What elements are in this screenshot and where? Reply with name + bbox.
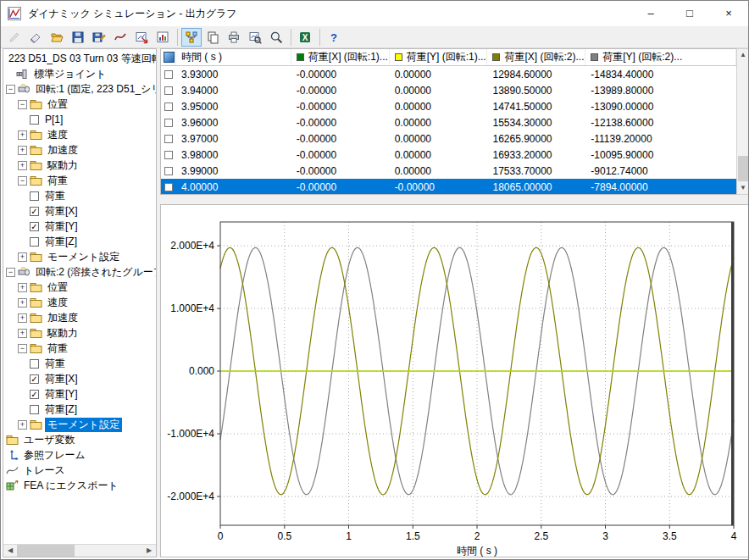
tree-item-rot1-velocity[interactable]: +速度 (3, 127, 156, 142)
expand-icon[interactable]: + (18, 329, 27, 338)
tree-item-rot2-load[interactable]: −荷重 (3, 341, 156, 356)
tree-checkbox-unchecked[interactable] (30, 359, 39, 369)
tree-checkbox-unchecked[interactable] (30, 191, 39, 201)
zoom-graph-button[interactable] (245, 28, 265, 47)
tree-item-root-model[interactable]: 223 D51_DS 03 Turn 03 等速回転 (3, 51, 156, 66)
row-checkbox[interactable] (164, 135, 173, 143)
new-curve-button[interactable] (110, 28, 130, 47)
maximize-button[interactable]: □ (670, 1, 709, 26)
tree-item-rot2-driving-force[interactable]: +駆動力 (3, 325, 156, 341)
tree-item-rot2-load-y[interactable]: ✓荷重[Y] (3, 386, 156, 402)
copy-button[interactable] (203, 28, 223, 47)
column-header-2[interactable]: 荷重[Y] (回転:1)... (390, 49, 488, 65)
table-row-3[interactable]: 3.96000-0.000000.0000015534.30000-12138.… (161, 114, 736, 130)
scrollbar-track[interactable] (75, 545, 142, 557)
table-row-1[interactable]: 3.94000-0.000000.0000013890.50000-13989.… (161, 82, 736, 98)
scrollbar-thumb[interactable] (738, 156, 749, 181)
expand-icon[interactable]: + (18, 252, 27, 262)
table-row-4[interactable]: 3.97000-0.000000.0000016265.90000-11139.… (161, 130, 736, 147)
tree-item-rot1-load[interactable]: −荷重 (3, 173, 156, 188)
tree-checkbox-checked[interactable]: ✓ (30, 374, 39, 384)
collapse-icon[interactable]: − (18, 176, 27, 186)
print-button[interactable] (224, 28, 244, 47)
table-row-6[interactable]: 3.99000-0.000000.0000017533.70000-9012.7… (161, 163, 736, 179)
table-row-7[interactable]: 4.00000-0.00000-0.0000018065.00000-7894.… (161, 179, 736, 195)
import-simulation-button[interactable] (131, 28, 152, 47)
row-checkbox[interactable] (164, 86, 173, 95)
output-grapher-button[interactable] (181, 28, 202, 47)
column-header-0[interactable]: 時間 ( s ) (176, 49, 291, 65)
tree-item-rotation-1[interactable]: −回転:1 (固定, 223 D51_シリン... (3, 81, 156, 97)
tree-item-rot1-moment[interactable]: +モーメント設定 (3, 249, 156, 264)
tree-item-reference-frame[interactable]: 参照フレーム (3, 447, 156, 463)
modify-data-button[interactable] (4, 28, 25, 47)
simulation-graph-button[interactable] (153, 28, 173, 47)
expand-icon[interactable]: + (18, 161, 27, 170)
expand-icon[interactable]: + (18, 313, 27, 323)
zoom-button[interactable] (266, 28, 286, 47)
row-checkbox[interactable] (164, 151, 173, 159)
tree-item-rot1-load-total[interactable]: 荷重 (3, 188, 156, 203)
tree-item-rot2-load-x[interactable]: ✓荷重[X] (3, 371, 156, 386)
tree-item-rot1-load-x[interactable]: ✓荷重[X] (3, 203, 156, 219)
tree-item-rot2-moment[interactable]: +モーメント設定 (3, 417, 156, 432)
export-to-excel-button[interactable]: X (295, 28, 315, 47)
tree-item-export-fea[interactable]: FEA にエクスポート (3, 478, 156, 493)
tree-checkbox-unchecked[interactable] (30, 237, 39, 247)
scrollbar-thumb[interactable] (17, 545, 75, 557)
tree-item-rot2-load-z[interactable]: 荷重[Z] (3, 402, 156, 417)
tree-item-rot2-velocity[interactable]: +速度 (3, 295, 156, 310)
expand-icon[interactable]: + (18, 298, 27, 308)
scroll-left-icon[interactable]: ◀ (3, 545, 17, 557)
tree-item-rot1-load-y[interactable]: ✓荷重[Y] (3, 219, 156, 234)
row-checkbox[interactable] (164, 183, 173, 191)
tree-item-rot2-position[interactable]: +位置 (3, 280, 156, 295)
scroll-right-icon[interactable]: ▶ (142, 545, 156, 557)
collapse-icon[interactable]: − (6, 268, 15, 277)
column-header-3[interactable]: 荷重[X] (回転:2)... (487, 49, 585, 65)
save-button[interactable] (68, 28, 88, 47)
help-button[interactable]: ? (324, 28, 344, 47)
tree-item-standard-joints[interactable]: 標準ジョイント (3, 66, 156, 81)
scroll-up-icon[interactable]: ▲ (737, 49, 749, 61)
open-button[interactable] (47, 28, 67, 47)
horizontal-splitter[interactable] (160, 195, 749, 204)
erase-button[interactable] (25, 28, 46, 47)
row-checkbox[interactable] (164, 103, 173, 111)
tree-item-rot1-acceleration[interactable]: +加速度 (3, 142, 156, 158)
collapse-icon[interactable]: − (6, 85, 15, 94)
row-checkbox[interactable] (164, 70, 173, 79)
tree-item-rot1-load-z[interactable]: 荷重[Z] (3, 234, 156, 249)
tree-checkbox-unchecked[interactable] (30, 115, 39, 125)
tree-horizontal-scrollbar[interactable]: ◀ ▶ (3, 544, 156, 557)
tree-item-trace[interactable]: トレース (3, 463, 156, 478)
column-header-1[interactable]: 荷重[X] (回転:1)... (291, 49, 390, 65)
save-as-button[interactable] (89, 28, 109, 47)
tree-item-rot2-load-total[interactable]: 荷重 (3, 356, 156, 371)
table-row-0[interactable]: 3.93000-0.000000.0000012984.60000-14834.… (161, 66, 736, 82)
collapse-icon[interactable]: − (18, 100, 27, 109)
tree-checkbox-checked[interactable]: ✓ (30, 222, 39, 231)
row-checkbox[interactable] (164, 119, 173, 127)
expand-icon[interactable]: + (18, 283, 27, 292)
output-chart[interactable]: 2.000E+41.000E+40.000-1.000E+4-2.000E+40… (161, 205, 749, 557)
tree-item-user-variables[interactable]: ユーザ変数 (3, 432, 156, 447)
tree-item-rot1-driving-force[interactable]: +駆動力 (3, 158, 156, 173)
expand-icon[interactable]: + (18, 130, 27, 140)
tree-checkbox-checked[interactable]: ✓ (30, 207, 39, 216)
tree-checkbox-checked[interactable]: ✓ (30, 390, 39, 399)
expand-icon[interactable]: + (18, 146, 27, 155)
tree-item-rotation-2[interactable]: −回転:2 (溶接されたグループ:1, (3, 264, 156, 280)
table-vertical-scrollbar[interactable]: ▲ ▼ (736, 48, 749, 195)
time-steps-header-icon[interactable] (161, 49, 176, 65)
close-button[interactable]: × (709, 1, 748, 26)
expand-icon[interactable]: + (18, 420, 27, 430)
tree-checkbox-unchecked[interactable] (30, 405, 39, 414)
minimize-button[interactable]: – (631, 1, 670, 26)
column-header-4[interactable]: 荷重[Y] (回転:2)... (585, 49, 736, 65)
scroll-down-icon[interactable]: ▼ (737, 182, 749, 194)
table-row-5[interactable]: 3.98000-0.000000.0000016933.20000-10095.… (161, 147, 736, 163)
row-checkbox[interactable] (164, 167, 173, 175)
tree-item-rot2-acceleration[interactable]: +加速度 (3, 310, 156, 325)
table-row-2[interactable]: 3.95000-0.000000.0000014741.50000-13090.… (161, 98, 736, 114)
